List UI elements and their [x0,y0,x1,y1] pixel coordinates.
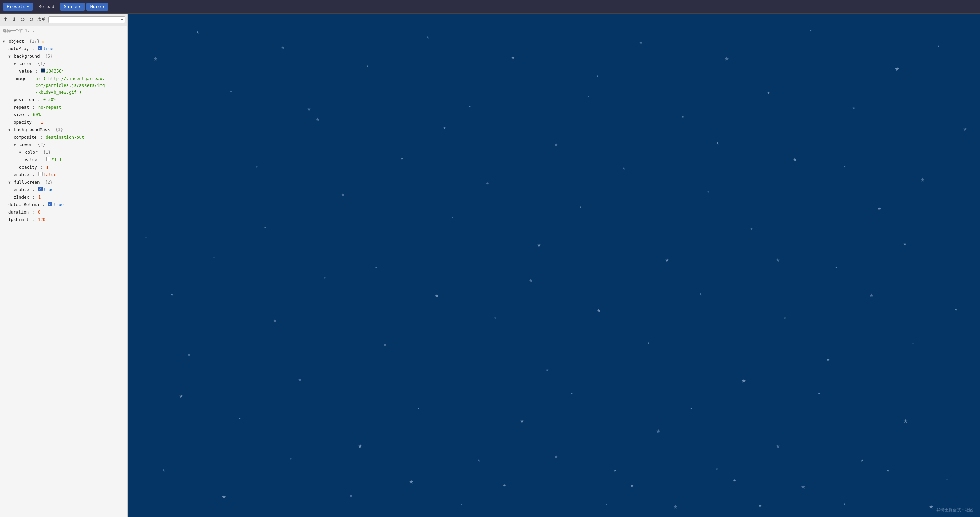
star-decoration: ★ [281,44,285,51]
checkbox-icon[interactable] [38,187,43,191]
star-decoration: ★ [443,124,446,131]
star-decoration: ★ [545,366,549,373]
tree-value: 120 [38,216,46,223]
tree-row[interactable]: ▼ cover {2} [0,141,127,149]
share-caret-icon: ▼ [79,5,81,8]
star-decoration: ★ [460,502,462,506]
star-decoration: ★ [256,165,258,168]
tree-row[interactable]: fpsLimit : 120 [0,216,127,224]
tree-colon: : [29,216,37,223]
star-decoration: ★ [605,502,607,506]
tree-row[interactable]: value : #043564 [0,67,127,75]
tree-row[interactable]: ▼ fullScreen {2} [0,178,127,186]
tree-row[interactable]: opacity : 1 [0,163,127,171]
tree-key: value [24,156,38,163]
tree-row[interactable]: autoPlay : true [0,45,127,52]
star-decoration: ★ [315,114,320,123]
star-decoration: ★ [196,29,199,35]
tree-row[interactable]: ▼ color {1} [0,60,127,67]
tree-row[interactable]: ▼ object {17}⚠ [0,38,127,45]
star-decoration: ★ [852,104,856,111]
star-decoration: ★ [349,492,353,498]
checkbox-icon[interactable] [48,201,52,206]
star-decoration: ★ [580,205,582,209]
watermark-text: @稀土掘金技术社区 [936,507,973,512]
star-decoration: ★ [801,482,805,490]
star-decoration: ★ [699,290,702,297]
tree-colon: : [27,75,35,82]
search-input[interactable] [51,17,121,22]
tree-key: cover [19,141,32,148]
tree-row[interactable]: composite : destination-out [0,133,127,141]
tree-row[interactable]: repeat : no-repeat [0,103,127,111]
star-decoration: ★ [145,235,147,239]
tree-row[interactable]: zIndex : 1 [0,193,127,201]
star-decoration: ★ [844,502,846,506]
share-button[interactable]: Share ▼ [60,3,85,11]
tree-row[interactable]: ▼ backgroundMask {3} [0,126,127,133]
star-decoration: ★ [494,316,496,319]
redo-button[interactable]: ↻ [28,16,35,24]
tree-row[interactable]: size : 60% [0,111,127,119]
checkbox-icon[interactable] [38,46,42,50]
color-swatch[interactable] [41,68,45,73]
star-decoration: ★ [290,457,292,460]
star-decoration: ★ [639,39,643,45]
star-decoration: ★ [920,175,925,183]
star-decoration: ★ [707,190,710,193]
color-swatch[interactable] [46,157,51,161]
collapse-up-button[interactable]: ⬆ [2,16,9,24]
tree-type-count: {1} [43,149,51,155]
undo-button[interactable]: ↺ [19,16,26,24]
tree-row[interactable]: opacity : 1 [0,119,127,126]
tree-key: duration [8,209,29,216]
tree-key: image [14,75,27,82]
star-decoration: ★ [307,104,311,113]
tree-row[interactable]: image : url('http://vincentgarreau.com/p… [0,75,127,96]
tree-value: 60% [33,111,41,118]
tree-value: no-repeat [38,104,61,111]
tree-colon [38,149,41,155]
tree-row[interactable]: ▼ color {1} [0,149,127,156]
reload-button[interactable]: Reload [34,3,59,11]
tree-value: true [54,201,64,208]
star-decoration: ★ [716,466,718,470]
tree-arrow-icon: ▼ [14,61,18,67]
star-decoration: ★ [511,54,514,60]
tree-row[interactable]: duration : 0 [0,208,127,216]
tree-value: 0 [38,209,41,216]
tree-colon: : [30,194,38,201]
star-decoration: ★ [341,190,345,198]
collapse-down-button[interactable]: ⬇ [11,16,18,24]
tree-key: fullScreen [14,179,40,186]
star-decoration: ★ [383,341,387,347]
star-decoration: ★ [324,276,326,279]
tree-value: #fff [51,156,62,163]
tree-row[interactable]: enable : true [0,186,127,193]
tree-key: zIndex [14,194,29,201]
star-decoration: ★ [929,502,933,511]
tree-area[interactable]: ▼ object {17}⚠autoPlay : true▼ backgroun… [0,36,127,517]
tree-row[interactable]: position : 0 50% [0,96,127,103]
tree-key: value [19,68,32,75]
more-button[interactable]: More ▼ [86,3,108,11]
presets-button[interactable]: Presets ▼ [3,3,33,11]
tree-value: 1 [38,194,41,201]
star-decoration: ★ [835,265,837,269]
tree-type-count: {2} [38,141,45,148]
tree-row[interactable]: ▼ background {6} [0,52,127,60]
checkbox-icon[interactable] [38,172,43,176]
star-decoration: ★ [554,452,558,460]
tree-row[interactable]: detectRetina : true [0,201,127,208]
star-decoration: ★ [188,351,191,357]
tree-row[interactable]: value : #fff [0,156,127,163]
star-decoration: ★ [886,466,890,473]
tree-arrow-icon: ▼ [14,142,18,148]
tree-row[interactable]: enable : false [0,171,127,178]
star-decoration: ★ [827,356,830,362]
tree-key: object [8,38,24,44]
star-decoration: ★ [716,140,719,146]
tree-colon [41,179,43,186]
tree-key: composite [14,134,37,141]
star-decoration: ★ [366,64,368,68]
